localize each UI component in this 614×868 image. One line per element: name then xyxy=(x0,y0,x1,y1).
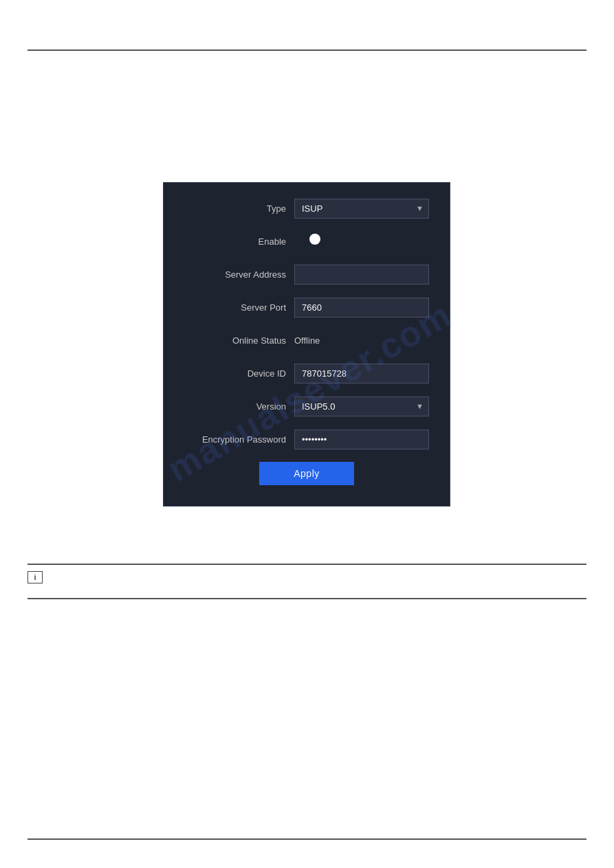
enable-row: Enable xyxy=(184,230,429,253)
bottom-lower-divider xyxy=(28,598,586,599)
version-row: Version ISUP5.0 ISUP4.0 ISUP3.0 ▼ xyxy=(184,394,429,418)
server-address-row: Server Address xyxy=(184,263,429,286)
server-port-input[interactable] xyxy=(294,298,429,318)
online-status-label: Online Status xyxy=(184,335,294,346)
type-select[interactable]: ISUP Other xyxy=(294,199,429,219)
type-select-wrapper: ISUP Other ▼ xyxy=(294,199,429,219)
version-select[interactable]: ISUP5.0 ISUP4.0 ISUP3.0 xyxy=(294,397,429,416)
encryption-password-input[interactable] xyxy=(294,430,429,449)
encryption-password-row: Encryption Password xyxy=(184,427,429,451)
page-container: manualsever.com Type ISUP Other ▼ Enable xyxy=(0,0,614,868)
apply-button-container: Apply xyxy=(184,462,429,485)
bottom-upper-divider xyxy=(28,564,586,565)
online-status-value: Offline xyxy=(294,334,429,346)
encryption-password-control xyxy=(294,430,429,449)
isup-config-dialog: Type ISUP Other ▼ Enable Server Address xyxy=(163,182,450,507)
apply-button[interactable]: Apply xyxy=(259,462,354,485)
info-area: i xyxy=(28,570,43,583)
device-id-control xyxy=(294,364,429,383)
server-port-row: Server Port xyxy=(184,296,429,319)
enable-control xyxy=(294,235,429,247)
online-status-text: Offline xyxy=(294,335,320,346)
enable-label: Enable xyxy=(184,236,294,247)
server-address-label: Server Address xyxy=(184,269,294,280)
server-address-control xyxy=(294,265,429,285)
footer-divider xyxy=(28,838,586,840)
device-id-row: Device ID xyxy=(184,361,429,385)
type-label: Type xyxy=(184,203,294,214)
version-select-wrapper: ISUP5.0 ISUP4.0 ISUP3.0 ▼ xyxy=(294,397,429,416)
server-port-label: Server Port xyxy=(184,302,294,313)
device-id-label: Device ID xyxy=(184,368,294,379)
server-port-control xyxy=(294,298,429,318)
device-id-input[interactable] xyxy=(294,364,429,383)
server-address-input[interactable] xyxy=(294,265,429,285)
online-status-row: Online Status Offline xyxy=(184,329,429,352)
encryption-password-label: Encryption Password xyxy=(184,434,294,445)
top-divider xyxy=(28,49,586,51)
version-label: Version xyxy=(184,401,294,412)
info-icon: i xyxy=(28,571,43,583)
type-row: Type ISUP Other ▼ xyxy=(184,197,429,220)
